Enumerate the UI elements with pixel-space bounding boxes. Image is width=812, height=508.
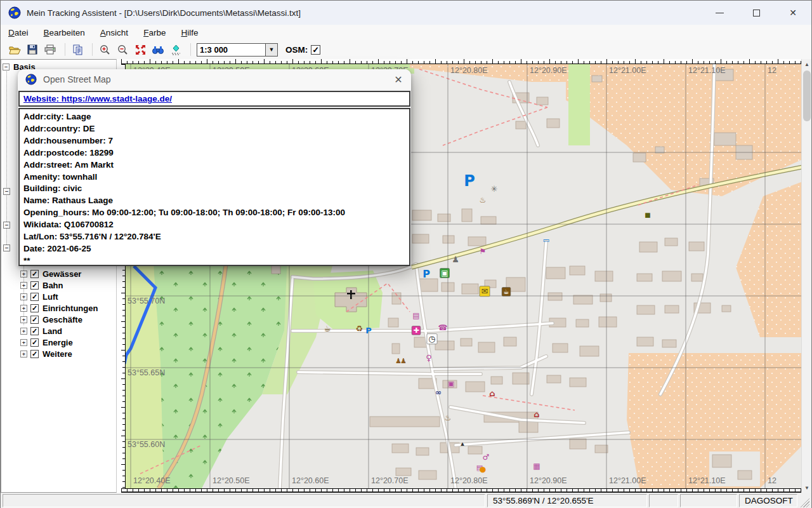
- layer-label: Geschäfte: [43, 315, 82, 324]
- expand-box-icon[interactable]: +: [20, 351, 27, 358]
- chevron-down-icon[interactable]: ▼: [265, 44, 277, 56]
- peak-icon[interactable]: ▴: [461, 439, 464, 448]
- minimize-button[interactable]: [701, 1, 738, 25]
- menu-item-bearbeiten[interactable]: Bearbeiten: [44, 28, 85, 37]
- tree-item-luft[interactable]: +✓Luft: [1, 291, 117, 302]
- building-poi-icon[interactable]: ⌂: [534, 410, 539, 419]
- shop-female-icon[interactable]: ♀: [426, 353, 432, 363]
- playground-icon[interactable]: ♟: [400, 357, 407, 365]
- restaurant-icon[interactable]: ♨: [480, 196, 487, 204]
- scroll-down-icon[interactable]: ▼: [802, 483, 812, 493]
- menu-item-ansicht[interactable]: Ansicht: [100, 28, 128, 37]
- svg-text:53°55.70N: 53°55.70N: [128, 297, 165, 305]
- scroll-up-icon[interactable]: ▲: [802, 59, 812, 69]
- hide-icon[interactable]: ■: [645, 211, 650, 218]
- zoom-in-icon[interactable]: [97, 43, 112, 57]
- tree-node-collapsed[interactable]: −: [3, 244, 10, 251]
- website-link[interactable]: Website: https://www.stadt-laage.de/: [23, 94, 172, 104]
- tree-items: +✓Gewässer+✓Bahn+✓Luft+✓Einrichtungen+✓G…: [1, 268, 117, 359]
- cafe-icon[interactable]: ☕: [502, 288, 511, 297]
- expand-box-icon[interactable]: +: [20, 282, 27, 289]
- layer-checkbox[interactable]: ✓: [30, 327, 39, 335]
- parking-icon[interactable]: P: [365, 326, 372, 335]
- layer-checkbox[interactable]: ✓: [30, 350, 39, 358]
- bus-stop-icon[interactable]: ▭: [543, 236, 549, 244]
- memorial-icon[interactable]: ♟: [452, 255, 459, 264]
- layer-checkbox[interactable]: ✓: [30, 338, 39, 347]
- scrollbar-thumb[interactable]: [803, 70, 811, 121]
- tree-node-collapsed[interactable]: −: [3, 188, 10, 195]
- svg-text:▦: ▦: [533, 462, 540, 471]
- layer-checkbox[interactable]: ✓: [30, 316, 39, 324]
- expand-box-icon[interactable]: +: [20, 316, 27, 323]
- tree-item-geschäfte[interactable]: +✓Geschäfte: [1, 314, 117, 325]
- osm-attributes-box: Addr:city: LaageAddr:country: DEAddr:hou…: [18, 108, 410, 266]
- recycling-icon[interactable]: ♻: [355, 324, 363, 333]
- tree-node-collapsed[interactable]: −: [3, 222, 10, 229]
- clock-icon[interactable]: ◷: [427, 334, 437, 344]
- poi-flag-icon[interactable]: ⚑: [480, 247, 487, 256]
- parking-icon[interactable]: P: [464, 172, 475, 190]
- svg-text:12°20.60E: 12°20.60E: [292, 476, 329, 485]
- expand-box-icon[interactable]: +: [20, 305, 27, 312]
- resize-grip[interactable]: [799, 494, 809, 507]
- layer-checkbox[interactable]: ✓: [30, 281, 39, 290]
- dialog-title-bar: Open Street Map ✕: [18, 69, 411, 90]
- tree-item-bahn[interactable]: +✓Bahn: [1, 279, 117, 291]
- osm-attribute-line: Addr:street: Am Markt: [23, 159, 405, 171]
- poi-icon[interactable]: ▦: [533, 462, 540, 471]
- tree-item-land[interactable]: +✓Land: [1, 325, 117, 337]
- parking-icon[interactable]: P: [422, 268, 430, 280]
- osm-attribute-line: Addr:postcode: 18299: [23, 147, 405, 159]
- fountain-icon[interactable]: ♨: [445, 413, 452, 422]
- layer-checkbox[interactable]: ✓: [30, 293, 39, 301]
- tree-item-einrichtungen[interactable]: +✓Einrichtungen: [1, 302, 117, 314]
- phone-icon[interactable]: ☎: [438, 323, 448, 332]
- zoom-out-icon[interactable]: [115, 43, 130, 57]
- osm-checkbox[interactable]: ✓: [311, 45, 320, 55]
- layer-label: Weitere: [43, 349, 72, 359]
- pharmacy-icon[interactable]: ✚: [412, 326, 421, 335]
- expand-box-icon[interactable]: +: [20, 328, 27, 335]
- building-poi-icon[interactable]: ⌂: [489, 389, 495, 398]
- window-title: Mein Tracking Assistent - [D:\Users\Dirk…: [27, 8, 301, 18]
- svg-text:12°20.70E: 12°20.70E: [371, 476, 409, 485]
- open-folder-icon[interactable]: [7, 43, 22, 57]
- optician-icon[interactable]: ∞: [435, 388, 442, 397]
- layer-checkbox[interactable]: ✓: [30, 270, 39, 278]
- townhall-marker-icon[interactable]: ▣: [440, 269, 450, 278]
- menu-item-farbe[interactable]: Farbe: [143, 28, 166, 37]
- copy-icon[interactable]: [70, 43, 85, 57]
- layer-label: Land: [43, 326, 62, 336]
- expand-box-icon[interactable]: +: [20, 339, 27, 346]
- fill-color-icon[interactable]: [168, 43, 183, 57]
- save-icon[interactable]: [25, 43, 40, 57]
- biergarten-icon[interactable]: ☕: [324, 324, 331, 333]
- scale-select[interactable]: 1:3 000 ▼: [197, 43, 278, 57]
- svg-text:♟: ♟: [400, 357, 407, 365]
- tree-item-weitere[interactable]: +✓Weitere: [1, 348, 117, 359]
- vertical-scrollbar[interactable]: ▲ ▼: [801, 59, 811, 493]
- layer-checkbox[interactable]: ✓: [30, 304, 39, 312]
- menu-item-hilfe[interactable]: Hilfe: [181, 28, 198, 37]
- shop-icon[interactable]: ▤: [412, 311, 419, 320]
- waypoint-dot-icon[interactable]: ●: [480, 465, 486, 474]
- dialog-close-icon[interactable]: ✕: [386, 69, 411, 90]
- poi-icon[interactable]: ♂: [483, 453, 490, 462]
- svg-text:53°55.65N: 53°55.65N: [128, 368, 165, 377]
- menu-item-datei[interactable]: Datei: [8, 28, 29, 37]
- junction-icon[interactable]: ✳: [491, 184, 498, 194]
- print-icon[interactable]: [43, 43, 58, 57]
- svg-text:♻: ♻: [355, 324, 363, 333]
- binoculars-icon[interactable]: [150, 43, 166, 57]
- tree-item-energie[interactable]: +✓Energie: [1, 337, 117, 348]
- electronics-icon[interactable]: ▣: [448, 380, 454, 388]
- post-box-icon[interactable]: ✉: [480, 286, 490, 297]
- collapse-box-icon[interactable]: −: [3, 64, 10, 70]
- tree-item-gewässer[interactable]: +✓Gewässer: [1, 268, 117, 279]
- zoom-fit-icon[interactable]: [133, 43, 148, 57]
- maximize-button[interactable]: [738, 1, 775, 25]
- expand-box-icon[interactable]: +: [20, 271, 27, 277]
- expand-box-icon[interactable]: +: [20, 293, 27, 300]
- close-button[interactable]: ✕: [775, 1, 811, 25]
